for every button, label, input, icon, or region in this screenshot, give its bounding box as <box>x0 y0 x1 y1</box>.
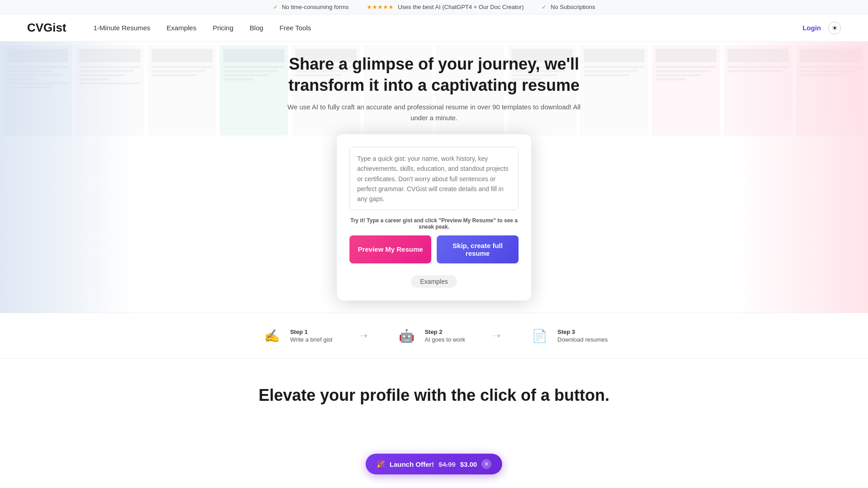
nav-1-minute-resumes[interactable]: 1-Minute Resumes <box>94 24 151 32</box>
nav-pricing[interactable]: Pricing <box>212 24 233 32</box>
logo[interactable]: CVGist <box>27 21 66 35</box>
bg-card <box>75 45 144 136</box>
bg-card <box>724 45 792 136</box>
nav-right: Login ☀ <box>802 22 841 34</box>
hint-text: Type a career gist and click "Preview My… <box>367 217 518 230</box>
steps-bar: ✍️ Step 1 Write a brief gist ➝ 🤖 Step 2 … <box>0 313 868 359</box>
step-2-desc: AI goes to work <box>425 336 465 343</box>
step-3: 📄 Step 3 Download resumes <box>505 324 630 347</box>
stars-icon: ★★★★★ <box>367 4 394 10</box>
step-1-desc: Write a brief gist <box>290 336 333 343</box>
nav-examples[interactable]: Examples <box>167 24 197 32</box>
hero-content: Share a glimpse of your journey, we'll t… <box>271 54 597 300</box>
bg-card <box>4 45 72 136</box>
hero-title: Share a glimpse of your journey, we'll t… <box>280 54 588 96</box>
step-arrow-2: ➝ <box>492 330 500 342</box>
hero-section: Share a glimpse of your journey, we'll t… <box>0 42 868 313</box>
preview-resume-button[interactable]: Preview My Resume <box>349 235 431 263</box>
theme-toggle-button[interactable]: ☀ <box>828 22 841 34</box>
banner-item-3: ✓ No Subscriptions <box>542 4 595 10</box>
login-link[interactable]: Login <box>802 24 821 32</box>
bg-card <box>796 45 864 136</box>
bottom-section: Elevate your profile with the click of a… <box>0 359 868 418</box>
step-1-label: Step 1 <box>290 328 333 335</box>
step-3-icon: 📄 <box>528 324 551 347</box>
nav-links: 1-Minute Resumes Examples Pricing Blog F… <box>94 24 802 32</box>
modal-buttons: Preview My Resume Skip, create full resu… <box>349 235 519 263</box>
modal-hint: Try it! Type a career gist and click "Pr… <box>349 217 519 230</box>
step-1: ✍️ Step 1 Write a brief gist <box>238 324 355 347</box>
step-3-desc: Download resumes <box>557 336 608 343</box>
gist-textarea[interactable] <box>349 147 519 210</box>
step-3-label: Step 3 <box>557 328 608 335</box>
nav-free-tools[interactable]: Free Tools <box>279 24 311 32</box>
step-2-label: Step 2 <box>425 328 465 335</box>
skip-create-full-resume-button[interactable]: Skip, create full resume <box>437 235 519 263</box>
banner-item-1: ✓ No time-consuming forms <box>273 4 349 10</box>
input-modal: Try it! Type a career gist and click "Pr… <box>337 134 531 300</box>
bottom-title: Elevate your profile with the click of a… <box>18 386 850 405</box>
bg-card <box>148 45 216 136</box>
hero-subtitle: We use AI to fully craft an accurate and… <box>280 102 588 123</box>
navbar: CVGist 1-Minute Resumes Examples Pricing… <box>0 14 868 42</box>
step-1-icon: ✍️ <box>260 324 284 347</box>
bg-card <box>652 45 720 136</box>
step-arrow-1: ➝ <box>359 330 368 342</box>
examples-link[interactable]: Examples <box>411 275 457 288</box>
top-banner: ✓ No time-consuming forms ★★★★★ Uses the… <box>0 0 868 14</box>
step-2-icon: 🤖 <box>395 324 418 347</box>
hint-prefix: Try it! <box>350 217 365 224</box>
check-icon-2: ✓ <box>542 4 547 10</box>
banner-item-2: ★★★★★ Uses the best AI (ChatGPT4 + Our D… <box>367 4 524 10</box>
nav-blog[interactable]: Blog <box>250 24 263 32</box>
check-icon-1: ✓ <box>273 4 278 10</box>
step-2: 🤖 Step 2 AI goes to work <box>372 324 488 347</box>
